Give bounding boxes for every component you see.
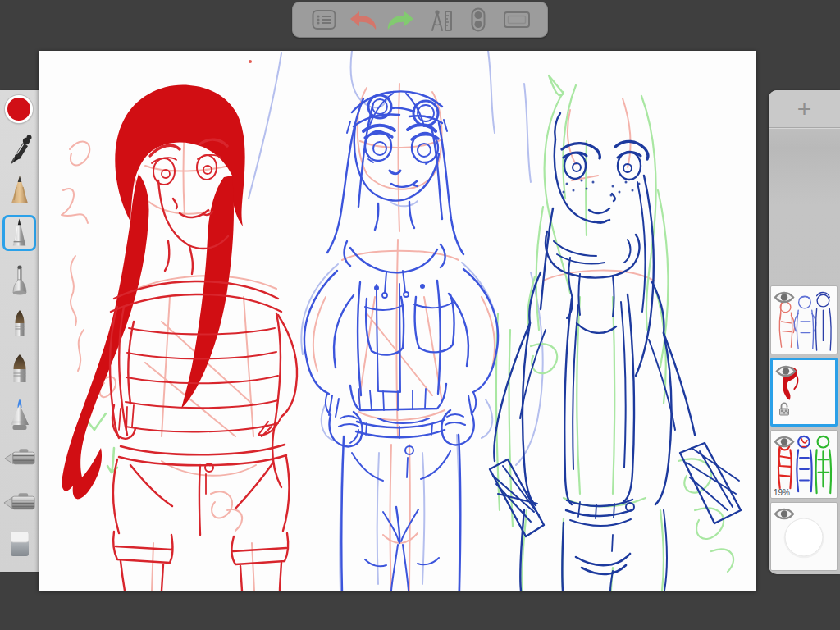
eye-icon xyxy=(774,290,795,305)
canvas-format-button[interactable] xyxy=(500,6,533,34)
list-icon xyxy=(312,9,336,30)
alpha-lock-icon[interactable] xyxy=(778,402,790,419)
tool-flat-marker[interactable] xyxy=(2,439,36,475)
tool-stylus-pen[interactable] xyxy=(2,262,36,298)
tool-pencil[interactable] xyxy=(2,172,36,208)
tool-small-brush[interactable] xyxy=(2,306,36,342)
undo-button[interactable] xyxy=(346,6,379,34)
layer-card-rough[interactable]: 19% xyxy=(770,430,838,499)
eraser-icon xyxy=(5,528,34,559)
fineliner-icon xyxy=(5,215,34,251)
layer-opacity-label: 19% xyxy=(774,488,790,497)
color-swatch[interactable] xyxy=(5,95,33,123)
stylus-pressure-icon xyxy=(470,7,486,33)
stylus-pen-icon xyxy=(5,262,34,298)
add-layer-button[interactable]: + xyxy=(769,90,840,128)
tool-large-brush[interactable] xyxy=(2,352,36,388)
layer-visibility-toggle[interactable] xyxy=(775,363,797,382)
undo-arrow-icon xyxy=(349,9,377,30)
small-brush-icon xyxy=(5,306,34,342)
stylus-settings-button[interactable] xyxy=(462,6,495,34)
eye-icon xyxy=(774,434,795,450)
lock-icon xyxy=(778,402,790,416)
eyedropper-icon xyxy=(5,130,34,167)
add-layer-label: + xyxy=(797,97,812,121)
layer-card-background[interactable] xyxy=(770,502,838,571)
canvas-artwork xyxy=(39,51,756,591)
tool-airbrush[interactable] xyxy=(2,397,36,433)
figure-right-lines xyxy=(490,113,741,591)
redo-arrow-icon xyxy=(387,9,415,30)
tool-eraser[interactable] xyxy=(2,526,36,562)
redo-button[interactable] xyxy=(385,6,418,34)
layer-visibility-toggle[interactable] xyxy=(774,506,795,525)
compass-ruler-icon xyxy=(426,8,454,31)
eye-icon xyxy=(774,506,795,522)
layer-card-top[interactable] xyxy=(770,285,838,354)
figure-middle-lines xyxy=(304,91,498,591)
eye-icon xyxy=(775,363,797,379)
gallery-button[interactable] xyxy=(308,6,340,34)
drafting-tools-button[interactable] xyxy=(423,6,456,34)
top-toolbar xyxy=(292,2,548,38)
pencil-icon xyxy=(5,172,34,208)
tool-eyedropper[interactable] xyxy=(2,130,36,167)
tool-sidebar xyxy=(0,90,39,572)
airbrush-icon xyxy=(5,397,34,433)
tool-fineliner[interactable] xyxy=(2,215,36,251)
flat-marker-icon xyxy=(2,443,36,471)
layer-card-red-hair[interactable] xyxy=(770,358,838,427)
tool-wide-marker[interactable] xyxy=(2,484,36,520)
layers-panel: + xyxy=(769,90,840,574)
app-window: + xyxy=(0,0,840,630)
frame-icon xyxy=(503,10,531,30)
layer-visibility-toggle[interactable] xyxy=(774,290,795,308)
wide-marker-icon xyxy=(2,488,36,516)
layer-visibility-toggle[interactable] xyxy=(774,434,795,453)
large-brush-icon xyxy=(5,352,34,388)
drawing-canvas[interactable] xyxy=(39,51,756,591)
